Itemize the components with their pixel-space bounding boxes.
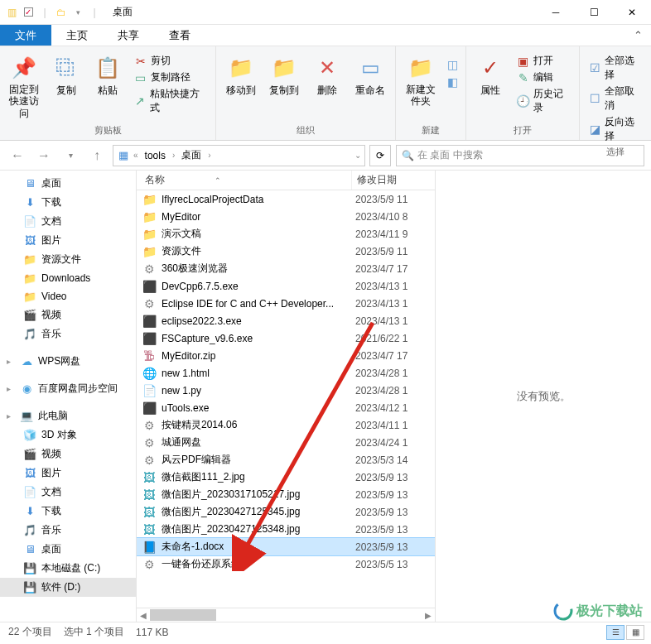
file-date: 2023/5/9 13 — [355, 507, 407, 518]
back-button[interactable]: ← — [7, 145, 28, 166]
sidebar-item[interactable]: 🧊3D 对象 — [0, 425, 136, 445]
maximize-button[interactable]: ☐ — [575, 0, 613, 25]
close-button[interactable]: ✕ — [613, 0, 651, 25]
sidebar-item[interactable]: 🎵音乐 — [0, 521, 136, 540]
ribbon-expand-button[interactable]: ⌃ — [625, 25, 651, 46]
move-to-button[interactable]: 📁 移动到 — [221, 51, 261, 101]
file-row[interactable]: 📄new 1.py2023/4/28 1 — [137, 382, 435, 399]
address-dropdown[interactable]: ⌄ — [354, 151, 361, 160]
file-row[interactable]: 🗜MyEditor.zip2023/4/7 17 — [137, 347, 435, 364]
properties-button[interactable]: ✓ 属性 — [471, 51, 510, 101]
sidebar-item[interactable]: 🎵音乐 — [0, 324, 136, 344]
file-row[interactable]: 🖼微信图片_20230427125345.jpg2023/5/9 13 — [137, 503, 435, 521]
sidebar-item[interactable]: ▸◉百度网盘同步空间 — [0, 379, 136, 398]
copy-path-button[interactable]: ▭复制路径 — [131, 70, 211, 85]
delete-button[interactable]: ✕ 删除 — [307, 51, 347, 101]
checkbox-icon[interactable]: ✓ — [22, 6, 35, 19]
recent-dropdown[interactable]: ▾ — [60, 145, 81, 166]
tab-share[interactable]: 共享 — [103, 25, 154, 46]
sidebar-item[interactable]: ▸💻此电脑 — [0, 406, 136, 425]
chevron-down-icon[interactable]: ▾ — [71, 6, 84, 19]
sidebar-item[interactable]: ▸☁WPS网盘 — [0, 352, 136, 371]
file-row[interactable]: ⬛DevCpp6.7.5.exe2023/4/13 1 — [137, 277, 435, 295]
sidebar-item[interactable]: 🎬视频 — [0, 445, 136, 464]
file-row[interactable]: 📁MyEditor2023/4/10 8 — [137, 208, 435, 225]
refresh-button[interactable]: ⟳ — [369, 145, 391, 166]
sidebar-item[interactable]: 📁Video — [0, 287, 136, 305]
file-row[interactable]: ⚙一键备份还原系统2023/5/5 13 — [137, 555, 435, 573]
sidebar-item[interactable]: 💾本地磁盘 (C:) — [0, 559, 136, 578]
column-name-header[interactable]: 名称⌃ — [137, 171, 352, 190]
easy-access-icon[interactable]: ◧ — [444, 74, 461, 90]
paste-shortcut-button[interactable]: ↗粘贴快捷方式 — [131, 86, 211, 116]
new-item-icon[interactable]: ◫ — [444, 56, 461, 73]
file-row[interactable]: ⚙城通网盘2023/4/24 1 — [137, 434, 435, 451]
minimize-button[interactable]: ─ — [537, 0, 575, 25]
sidebar-item[interactable]: 📄文档 — [0, 483, 136, 502]
horizontal-scrollbar[interactable]: ◀ ▶ — [137, 608, 435, 622]
paste-button[interactable]: 📋 粘贴 — [89, 51, 128, 101]
sidebar-item[interactable]: ⬇下载 — [0, 193, 136, 212]
copy-button[interactable]: ⿻ 复制 — [47, 51, 86, 101]
breadcrumb-seg[interactable]: tools — [142, 150, 169, 161]
delete-icon: ✕ — [314, 55, 340, 81]
edit-button[interactable]: ✎编辑 — [514, 70, 575, 85]
file-row[interactable]: ⚙按键精灵2014.062023/4/11 1 — [137, 416, 435, 434]
file-name: DevCpp6.7.5.exe — [162, 281, 355, 292]
file-row[interactable]: ⚙风云PDF编辑器2023/5/3 14 — [137, 451, 435, 469]
sidebar-item[interactable]: 💾软件 (D:) — [0, 578, 136, 597]
tab-file[interactable]: 文件 — [0, 25, 51, 46]
tab-view[interactable]: 查看 — [154, 25, 205, 46]
file-row[interactable]: ⬛eclipse2022.3.exe2023/4/13 1 — [137, 312, 435, 329]
file-date: 2023/4/13 1 — [355, 298, 407, 310]
select-invert-button[interactable]: ◪反向选择 — [585, 114, 646, 144]
file-row[interactable]: 📘未命名-1.docx2023/5/9 13 — [137, 538, 435, 555]
sidebar-item[interactable]: 🎬视频 — [0, 305, 136, 324]
select-none-button[interactable]: ☐全部取消 — [585, 84, 646, 113]
copy-to-button[interactable]: 📁 复制到 — [264, 51, 304, 101]
sidebar-item[interactable]: 📁资源文件 — [0, 250, 136, 269]
sidebar-item[interactable]: 🖼图片 — [0, 231, 136, 250]
sidebar-item[interactable]: 🖥桌面 — [0, 540, 136, 559]
breadcrumb-seg[interactable]: 桌面 — [178, 148, 205, 162]
sidebar-item[interactable]: 📁Downloads — [0, 269, 136, 287]
sidebar-item[interactable]: 🖥桌面 — [0, 174, 136, 193]
address-bar[interactable]: ▦ « tools › 桌面 › ⌄ — [113, 145, 365, 166]
sidebar-item-label: 图片 — [41, 466, 61, 480]
cut-button[interactable]: ✂剪切 — [131, 53, 211, 69]
file-row[interactable]: 🖼微信图片_20230317105217.jpg2023/5/9 13 — [137, 486, 435, 503]
details-view-button[interactable]: ☰ — [606, 625, 624, 640]
select-all-button[interactable]: ☑全部选择 — [585, 53, 646, 83]
search-input[interactable]: 🔍 在 桌面 中搜索 — [396, 145, 644, 166]
file-row[interactable]: ⚙Eclipse IDE for C and C++ Developer...2… — [137, 295, 435, 312]
drive-icon: 💾 — [23, 581, 36, 594]
sidebar-item-label: 图片 — [41, 233, 61, 248]
pin-quick-access-button[interactable]: 📌 固定到快速访问 — [5, 51, 44, 123]
forward-button[interactable]: → — [33, 145, 55, 166]
icons-view-button[interactable]: ▦ — [626, 625, 644, 640]
sidebar-item[interactable]: ⬇下载 — [0, 502, 136, 521]
history-button[interactable]: 🕘历史记录 — [514, 86, 575, 116]
file-row[interactable]: 📁IflyrecLocalProjectData2023/5/9 11 — [137, 190, 435, 208]
column-date-header[interactable]: 修改日期 — [352, 171, 427, 190]
sidebar-item-label: 本地磁盘 (C:) — [41, 561, 100, 575]
tab-home[interactable]: 主页 — [51, 25, 103, 46]
file-row[interactable]: 🌐new 1.html2023/4/28 1 — [137, 364, 435, 382]
file-row[interactable]: ⬛FSCapture_v9.6.exe2021/6/22 1 — [137, 329, 435, 347]
file-row[interactable]: 📁演示文稿2023/4/11 9 — [137, 225, 435, 243]
status-count: 22 个项目 — [8, 625, 52, 639]
new-folder-icon: 📁 — [407, 55, 434, 81]
sidebar-item[interactable]: 📄文档 — [0, 212, 136, 231]
up-button[interactable]: ↑ — [86, 145, 108, 166]
file-row[interactable]: 📁资源文件2023/5/9 11 — [137, 243, 435, 260]
file-row[interactable]: ⚙360极速浏览器2023/4/7 17 — [137, 260, 435, 277]
pic-icon: 🖼 — [23, 234, 36, 248]
file-row[interactable]: 🖼微信图片_20230427125348.jpg2023/5/9 13 — [137, 521, 435, 538]
file-row[interactable]: ⬛uTools.exe2023/4/12 1 — [137, 399, 435, 416]
sidebar-item-label: 桌面 — [41, 542, 61, 556]
open-button[interactable]: ▣打开 — [514, 53, 575, 69]
new-folder-button[interactable]: 📁 新建文件夹 — [401, 51, 441, 111]
rename-button[interactable]: ▭ 重命名 — [350, 51, 390, 101]
file-row[interactable]: 🖼微信截图111_2.jpg2023/5/9 13 — [137, 469, 435, 486]
sidebar-item[interactable]: 🖼图片 — [0, 464, 136, 483]
